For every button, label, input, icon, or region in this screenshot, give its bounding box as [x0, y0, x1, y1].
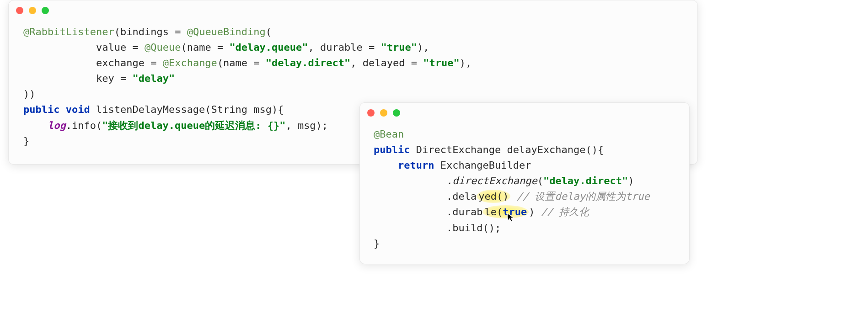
annotation: @Queue — [145, 42, 181, 53]
highlight-marker: yed() — [477, 190, 510, 203]
code-text: )) — [23, 88, 36, 100]
indent — [23, 120, 48, 131]
indent — [374, 222, 446, 234]
maximize-icon[interactable] — [393, 109, 400, 117]
keyword: public void — [23, 104, 90, 115]
code-text: value = — [96, 42, 145, 53]
method-call: .directExchange — [446, 175, 537, 186]
string-literal: "delay.direct" — [543, 175, 628, 186]
code-text: ( — [537, 175, 543, 186]
keyword: public — [374, 144, 410, 155]
code-text: .build(); — [446, 222, 501, 234]
code-text: .dela — [446, 191, 477, 202]
annotation: @Exchange — [163, 57, 217, 69]
code-text: , msg); — [285, 120, 328, 131]
indent — [23, 73, 96, 84]
indent — [374, 160, 398, 171]
string-literal: "接收到delay.queue的延迟消息: {}" — [102, 120, 285, 131]
indent — [374, 191, 446, 202]
code-text: (name = — [217, 57, 266, 69]
code-text: key = — [96, 73, 132, 84]
code-text: ExchangeBuilder — [434, 160, 531, 171]
code-text: exchange = — [96, 57, 163, 69]
titlebar — [360, 103, 689, 123]
annotation: @QueueBinding — [187, 26, 266, 37]
comment: // 持久化 — [541, 206, 589, 218]
close-icon[interactable] — [16, 7, 23, 14]
keyword: return — [398, 160, 434, 171]
annotation: @Bean — [374, 128, 404, 140]
code-text: listenDelayMessage(String msg){ — [90, 104, 284, 115]
indent — [374, 175, 446, 186]
code-text: DirectExchange delayExchange(){ — [410, 144, 604, 155]
minimize-icon[interactable] — [29, 7, 36, 14]
log-var: log — [48, 120, 66, 131]
string-literal: "delay.queue" — [229, 42, 308, 53]
code-block-2: @Bean public DirectExchange delayExchang… — [360, 123, 689, 262]
close-icon[interactable] — [367, 109, 375, 117]
string-literal: "delay.direct" — [266, 57, 350, 69]
indent — [374, 206, 446, 218]
string-literal: "true" — [423, 57, 459, 69]
code-text: ), — [417, 42, 429, 53]
code-text: ( — [266, 26, 272, 37]
space — [510, 191, 516, 202]
minimize-icon[interactable] — [380, 109, 387, 117]
maximize-icon[interactable] — [42, 7, 49, 14]
titlebar — [9, 0, 697, 21]
code-window-2: @Bean public DirectExchange delayExchang… — [359, 102, 690, 264]
string-literal: "delay" — [132, 73, 175, 84]
code-text: , durable = — [308, 42, 381, 53]
code-text: ) — [529, 206, 541, 218]
annotation: @RabbitListener — [23, 26, 114, 37]
code-text: .info( — [66, 120, 102, 131]
comment: // 设置delay的属性为true — [517, 191, 650, 202]
code-text: (name = — [181, 42, 229, 53]
code-text: ), — [460, 57, 472, 69]
highlight-marker: le(true — [482, 205, 529, 218]
code-text: , delayed = — [350, 57, 423, 69]
code-text: .durab — [446, 206, 482, 218]
code-text: } — [23, 135, 29, 147]
code-text: (bindings = — [114, 26, 187, 37]
keyword: true — [503, 206, 527, 218]
string-literal: "true" — [381, 42, 417, 53]
indent — [23, 42, 96, 53]
code-text: } — [374, 238, 380, 249]
indent — [23, 57, 96, 69]
code-text: ) — [628, 175, 634, 186]
